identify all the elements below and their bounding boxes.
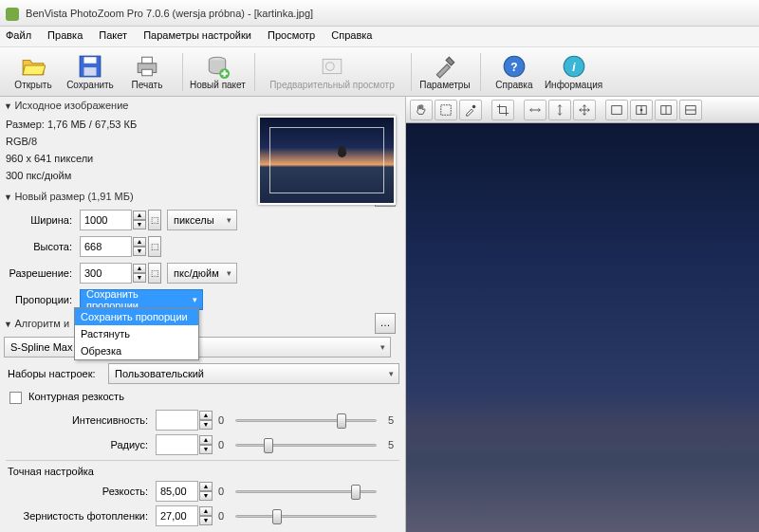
presets-combo[interactable]: Пользовательский — [108, 363, 399, 384]
menu-file[interactable]: Файл — [6, 29, 31, 41]
fit-width-button[interactable] — [524, 100, 546, 120]
intensity-slider[interactable] — [235, 411, 377, 430]
layout-split-v-button[interactable] — [655, 100, 677, 120]
folder-open-icon — [21, 54, 46, 79]
svg-rect-1 — [84, 57, 97, 64]
layout-single-button[interactable] — [605, 100, 628, 120]
menu-settings[interactable]: Параметры настройки — [143, 29, 251, 41]
floppy-icon — [78, 54, 102, 79]
sharpness-slider[interactable] — [235, 482, 377, 501]
source-image-header[interactable]: Исходное изображение — [0, 97, 405, 114]
grain-input[interactable] — [156, 505, 198, 526]
preview-button[interactable]: Предварительный просмотр — [261, 50, 403, 94]
save-button[interactable]: Сохранить — [63, 50, 118, 94]
height-spinner[interactable]: ▲▼ — [133, 237, 146, 256]
open-button[interactable]: Открыть — [6, 50, 61, 94]
radius-slider[interactable] — [235, 435, 377, 454]
menu-view[interactable]: Просмотр — [268, 29, 315, 41]
hand-tool-button[interactable] — [410, 100, 433, 120]
fine-tuning-label: Точная настройка — [0, 464, 405, 479]
height-label: Высота: — [6, 241, 72, 252]
svg-rect-4 — [142, 57, 153, 64]
algorithm-options-button[interactable]: … — [375, 313, 396, 334]
width-unit-combo[interactable]: пикселы — [167, 210, 237, 230]
eyedropper-tool-button[interactable] — [459, 100, 482, 120]
radius-input[interactable] — [156, 434, 198, 455]
menu-help[interactable]: Справка — [331, 29, 372, 41]
link-height-button[interactable]: ⬚ — [148, 236, 161, 257]
height-input[interactable] — [80, 236, 132, 257]
width-label: Ширина: — [6, 214, 72, 226]
window-titlebar: BenVista PhotoZoom Pro 7.0.6 (wersja pró… — [0, 0, 759, 27]
intensity-input[interactable] — [156, 410, 198, 431]
svg-rect-16 — [612, 105, 622, 114]
contour-sharpness-label: Контурная резкость — [28, 391, 124, 402]
preview-pane — [406, 97, 759, 532]
svg-text:?: ? — [510, 61, 517, 74]
help-button[interactable]: ? Справка — [487, 50, 542, 94]
radius-label: Радиус: — [6, 439, 148, 450]
dropdown-option-stretch[interactable]: Растянуть — [75, 325, 198, 342]
dropdown-option-keep[interactable]: Сохранить пропорции — [75, 308, 198, 325]
new-batch-button[interactable]: Новый пакет — [189, 50, 247, 94]
fit-all-button[interactable] — [573, 100, 596, 120]
layout-split-h-button[interactable] — [679, 100, 702, 120]
grain-label: Зернистость фотопленки: — [6, 510, 148, 522]
svg-rect-5 — [142, 69, 153, 76]
intensity-label: Интенсивность: — [6, 414, 148, 426]
sharpness-input[interactable] — [156, 481, 198, 502]
info-icon: i — [562, 54, 586, 79]
menu-edit[interactable]: Правка — [47, 29, 83, 41]
proportions-dropdown: Сохранить пропорции Растянуть Обрезка — [74, 307, 199, 360]
source-thumbnail[interactable] — [258, 116, 396, 205]
link-width-button[interactable]: ⬚ — [148, 210, 161, 230]
app-icon — [6, 8, 19, 21]
resolution-label: Разрешение: — [6, 267, 72, 279]
image-preview[interactable] — [406, 123, 759, 532]
svg-point-15 — [472, 104, 476, 108]
fit-height-button[interactable] — [548, 100, 571, 120]
printer-icon — [135, 54, 159, 79]
preview-toolbar — [406, 97, 759, 123]
balloon-graphic — [338, 146, 346, 157]
width-input[interactable] — [80, 210, 132, 230]
width-spinner[interactable]: ▲▼ — [133, 211, 146, 229]
menubar: Файл Правка Пакет Параметры настройки Пр… — [0, 27, 759, 47]
sharpness-spinner[interactable]: ▲▼ — [199, 482, 213, 501]
contour-sharpness-checkbox[interactable] — [9, 392, 22, 404]
batch-icon — [205, 54, 230, 79]
dropdown-option-crop[interactable]: Обрезка — [75, 342, 198, 359]
svg-rect-14 — [441, 104, 452, 115]
svg-rect-2 — [84, 67, 97, 76]
grain-slider[interactable] — [235, 506, 377, 525]
resolution-unit-combo[interactable]: пкс/дюйм — [167, 263, 237, 284]
layout-split-center-button[interactable] — [630, 100, 653, 120]
tools-icon — [433, 54, 457, 79]
sharpness-label: Резкость: — [6, 486, 148, 497]
presets-label: Наборы настроек: — [6, 368, 101, 379]
main-toolbar: Открыть Сохранить Печать Новый пакет Пре… — [0, 47, 759, 97]
parameters-button[interactable]: Параметры — [417, 50, 472, 94]
window-title: BenVista PhotoZoom Pro 7.0.6 (wersja pró… — [26, 8, 313, 19]
print-button[interactable]: Печать — [120, 50, 175, 94]
intensity-spinner[interactable]: ▲▼ — [199, 411, 213, 430]
left-panel: Исходное изображение Размер: 1,76 МБ / 6… — [0, 97, 406, 532]
crop-tool-button[interactable] — [491, 100, 514, 120]
proportions-label: Пропорции: — [6, 294, 72, 305]
menu-batch[interactable]: Пакет — [99, 29, 127, 41]
marquee-tool-button[interactable] — [435, 100, 457, 120]
preview-icon — [320, 54, 344, 79]
resolution-spinner[interactable]: ▲▼ — [133, 264, 146, 283]
info-button[interactable]: i Информация — [544, 50, 603, 94]
grain-spinner[interactable]: ▲▼ — [199, 506, 213, 525]
link-resolution-button[interactable]: ⬚ — [148, 263, 161, 284]
resolution-input[interactable] — [80, 263, 132, 284]
algorithm-header[interactable]: Алгоритм и — [0, 315, 74, 332]
svg-point-19 — [640, 108, 643, 111]
radius-spinner[interactable]: ▲▼ — [199, 435, 213, 454]
help-icon: ? — [502, 54, 527, 79]
